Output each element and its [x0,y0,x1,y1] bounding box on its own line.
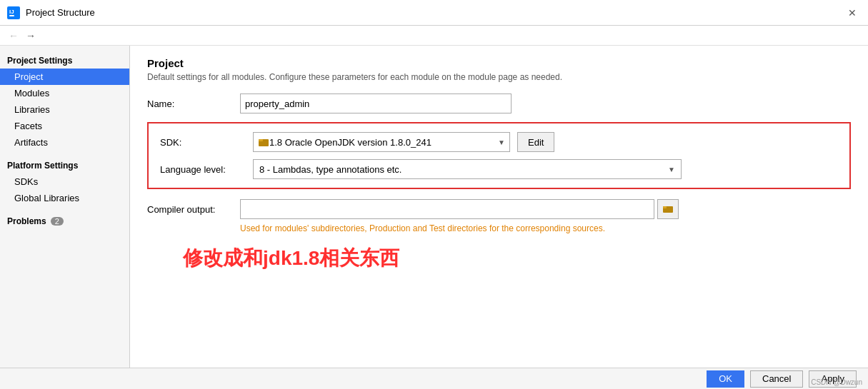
bottom-bar: OK Cancel Apply [0,368,868,389]
compiler-folder-button[interactable] [657,199,679,219]
main-layout: Project Settings Project Modules Librari… [0,46,868,368]
sdk-label: SDK: [160,137,253,148]
language-level-row: Language level: 8 - Lambdas, type annota… [160,159,838,179]
nav-arrows-bar: ← → [0,26,868,46]
language-level-label: Language level: [160,164,253,175]
sdk-value: 1.8 Oracle OpenJDK version 1.8.0_241 [269,137,495,148]
title-bar-left: IJ Project Structure [7,6,95,19]
sidebar-item-libraries[interactable]: Libraries [0,101,129,118]
problems-label: Problems [7,216,46,226]
name-row: Name: [147,94,851,113]
sidebar-item-global-libraries[interactable]: Global Libraries [0,190,129,206]
language-level-value: 8 - Lambdas, type annotations etc. [259,164,668,175]
compiler-output-row: Compiler output: [147,199,851,219]
folder-icon [663,204,673,214]
compiler-output-input[interactable] [240,199,654,219]
lang-dropdown-arrow-icon: ▼ [668,166,675,173]
sdk-row: SDK: 1.8 Oracle OpenJDK version 1.8.0_24… [160,132,838,152]
name-input[interactable] [240,94,512,113]
compiler-output-label: Compiler output: [147,204,240,215]
problems-badge: 2 [51,217,64,226]
svg-rect-6 [663,206,667,208]
svg-rect-1 [9,15,14,16]
problems-section: Problems 2 [0,212,129,229]
sdk-dropdown[interactable]: 1.8 Oracle OpenJDK version 1.8.0_241 ▼ [253,132,510,152]
sdk-section: SDK: 1.8 Oracle OpenJDK version 1.8.0_24… [147,122,851,189]
project-settings-group-label: Project Settings [0,51,129,69]
annotation-text: 修改成和jdk1.8相关东西 [183,245,851,272]
platform-settings-group-label: Platform Settings [0,156,129,173]
sidebar-item-sdks[interactable]: SDKs [0,173,129,190]
ok-button[interactable]: OK [707,370,744,388]
content-area: Project Default settings for all modules… [130,46,868,368]
back-button[interactable]: ← [7,30,20,41]
title-bar: IJ Project Structure ✕ [0,0,868,26]
close-button[interactable]: ✕ [844,6,861,20]
svg-text:IJ: IJ [9,9,14,15]
window-title: Project Structure [26,7,95,18]
content-title: Project [147,57,851,69]
edit-button[interactable]: Edit [517,132,554,152]
compiler-hint: Used for modules' subdirectories, Produc… [240,223,851,233]
watermark: CSDN @Dwzun [811,378,862,386]
sidebar: Project Settings Project Modules Librari… [0,46,130,368]
cancel-button[interactable]: Cancel [750,370,803,388]
sdk-folder-icon [258,136,269,148]
name-label: Name: [147,98,240,109]
sdk-dropdown-arrow-icon: ▼ [498,138,505,146]
svg-rect-4 [259,139,263,141]
content-subtitle: Default settings for all modules. Config… [147,72,851,82]
sidebar-item-project[interactable]: Project [0,69,129,85]
sidebar-item-facets[interactable]: Facets [0,118,129,134]
language-level-dropdown[interactable]: 8 - Lambdas, type annotations etc. ▼ [253,159,682,179]
sidebar-item-artifacts[interactable]: Artifacts [0,134,129,151]
app-icon: IJ [7,6,20,19]
forward-button[interactable]: → [24,30,37,41]
sidebar-item-modules[interactable]: Modules [0,85,129,101]
